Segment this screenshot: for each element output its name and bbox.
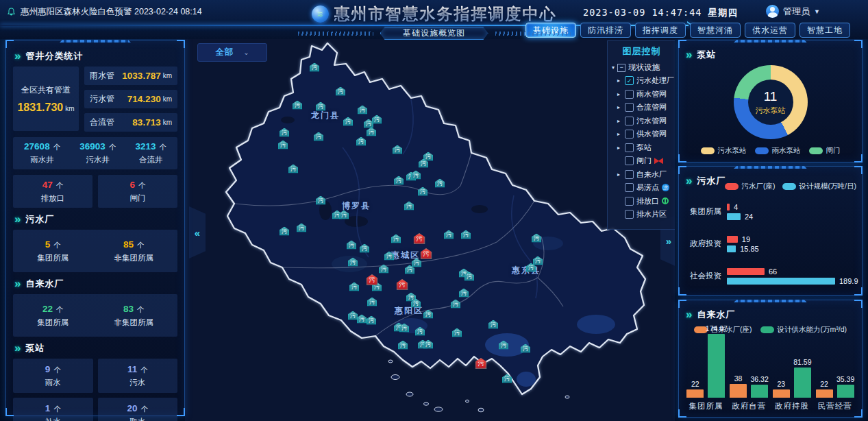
- bar-value: 174.07: [706, 324, 728, 333]
- expand-arrow-icon[interactable]: ▸: [617, 145, 622, 151]
- expand-arrow-icon[interactable]: ▸: [617, 131, 622, 137]
- pump-donut-wrap: 11 污水泵站: [684, 65, 856, 139]
- nav-tab-5[interactable]: 供水运营: [745, 23, 795, 38]
- pump-legend-item[interactable]: 雨水泵站: [755, 146, 801, 156]
- nav-tab-4[interactable]: 智慧河涌: [690, 23, 741, 38]
- expand-arrow-icon[interactable]: ▸: [617, 91, 622, 97]
- layer-item[interactable]: ▸泵站: [608, 141, 675, 155]
- layer-item[interactable]: 易涝点涝: [608, 181, 675, 195]
- v-bar-wrap: 23: [773, 380, 790, 398]
- sub-banner: 基础设施概览图: [298, 27, 571, 40]
- stat-value: 1 个: [45, 403, 61, 414]
- bar-value: 4: [734, 203, 738, 211]
- h-bar[interactable]: [727, 213, 741, 220]
- bar-pair: 3836.32: [730, 321, 768, 398]
- nav-tab-6[interactable]: 智慧工地: [799, 23, 850, 38]
- h-bar[interactable]: [727, 278, 835, 285]
- v-bar-wrap: 22: [816, 380, 833, 398]
- layer-checkbox[interactable]: [625, 130, 634, 139]
- h-bar[interactable]: [727, 204, 730, 210]
- frame-corner: [177, 408, 185, 416]
- layer-checkbox[interactable]: [625, 170, 634, 179]
- legend-chip: [755, 147, 769, 154]
- pump-legend-item[interactable]: 闸门: [809, 146, 841, 156]
- sewage-legend-item[interactable]: 污水厂(座): [725, 182, 776, 191]
- layer-checkbox[interactable]: [625, 197, 634, 206]
- pipe-label: 合流管: [90, 117, 132, 128]
- layer-item[interactable]: ▸✓污水处理厂: [608, 74, 675, 88]
- pipe-unit: km: [163, 72, 172, 80]
- pump-donut-chart[interactable]: 11 污水泵站: [734, 65, 808, 139]
- nav-tab-2[interactable]: 防汛排涝: [580, 23, 631, 38]
- v-bar[interactable]: [816, 389, 833, 398]
- layer-checkbox[interactable]: [625, 117, 634, 125]
- layer-item[interactable]: ▸雨水管网: [608, 88, 675, 101]
- nav-tab-3[interactable]: 指挥调度: [635, 23, 686, 38]
- huizhou-map: [185, 38, 675, 421]
- h-bar[interactable]: [727, 236, 738, 243]
- stat-label: 闸门: [130, 193, 146, 204]
- expand-arrow-icon[interactable]: ▸: [617, 77, 622, 84]
- map-area[interactable]: 龙门县博罗县惠城区惠阳区惠东县 污污污污污污污污污污污污污污污污污污污污污污污污…: [185, 38, 675, 421]
- v-bar[interactable]: [686, 389, 704, 398]
- layer-checkbox[interactable]: [625, 156, 634, 165]
- stat: 6 个闸门: [130, 180, 146, 204]
- h-bar[interactable]: [727, 268, 765, 275]
- section-arrow-icon: »: [14, 279, 21, 289]
- pump-card: 11 个污水: [98, 359, 178, 393]
- layer-checkbox[interactable]: ✓: [625, 76, 634, 85]
- v-bar[interactable]: [708, 334, 725, 398]
- tree-collapse-icon[interactable]: ▾: [612, 64, 615, 71]
- v-bar[interactable]: [773, 389, 790, 398]
- tree-minus-box-icon[interactable]: −: [617, 64, 625, 72]
- bar-value: 22: [820, 380, 828, 388]
- user-menu[interactable]: 管理员 ▼: [766, 5, 820, 18]
- layer-item[interactable]: ▸自来水厂: [608, 168, 675, 182]
- bar-pair: 66189.9: [727, 268, 858, 285]
- region-filter-dropdown[interactable]: 全部 ⌄: [197, 43, 267, 62]
- v-bar[interactable]: [794, 368, 811, 398]
- water-bar-group: 2235.39民营经营: [816, 321, 854, 411]
- collapse-left-panel-toggle[interactable]: «: [189, 206, 206, 258]
- layer-checkbox[interactable]: [625, 210, 634, 219]
- donut-center-name: 污水泵站: [756, 106, 786, 116]
- stat-unit: 个: [135, 305, 144, 313]
- bar-line: 24: [727, 213, 856, 220]
- pump-legend-item[interactable]: 污水泵站: [701, 146, 747, 156]
- hatch-decor: [298, 32, 373, 36]
- sewage-stats-box: 5 个集团所属85 个非集团所属: [13, 230, 177, 272]
- v-bar[interactable]: [730, 384, 747, 398]
- stat-value: 22 个: [42, 304, 63, 315]
- layer-checkbox[interactable]: [625, 143, 634, 152]
- expand-arrow-icon[interactable]: ▸: [617, 171, 622, 178]
- stat-label: 合流井: [139, 155, 163, 165]
- stat-value: 83 个: [123, 304, 144, 315]
- layer-item[interactable]: ▸合流管网: [608, 101, 675, 115]
- h-bar[interactable]: [727, 245, 736, 252]
- district-label: 龙门县: [311, 110, 340, 121]
- expand-arrow-icon[interactable]: ▸: [617, 118, 622, 124]
- stat-value: 85 个: [123, 239, 144, 250]
- district-label: 博罗县: [342, 200, 371, 212]
- layer-checkbox[interactable]: [625, 183, 634, 192]
- layer-item[interactable]: ▸污水管网: [608, 115, 675, 128]
- v-bar[interactable]: [837, 385, 854, 398]
- bar-value: 23: [778, 380, 786, 388]
- stat-unit: 个: [135, 241, 144, 249]
- layer-item[interactable]: ▸供水管网: [608, 128, 675, 141]
- layer-tree-root[interactable]: ▾ − 现状设施: [608, 61, 675, 74]
- stat-label: 补水: [45, 417, 61, 421]
- stat-value: 3213 个: [135, 141, 166, 152]
- bar-value: 81.59: [793, 358, 811, 366]
- bar-line: 4: [727, 204, 856, 210]
- v-bar[interactable]: [751, 385, 768, 398]
- expand-arrow-icon[interactable]: ▸: [617, 104, 622, 110]
- v-bar-wrap: 35.39: [837, 375, 854, 398]
- layer-checkbox[interactable]: [625, 103, 634, 112]
- layer-item[interactable]: 闸门: [608, 154, 675, 168]
- layer-item[interactable]: 排水片区: [608, 208, 675, 221]
- sewage-legend-item[interactable]: 设计规模(万吨/日): [782, 182, 856, 191]
- stat: 36903 个污水井: [79, 141, 116, 165]
- layer-checkbox[interactable]: [625, 90, 634, 99]
- layer-item[interactable]: 排放口: [608, 195, 675, 208]
